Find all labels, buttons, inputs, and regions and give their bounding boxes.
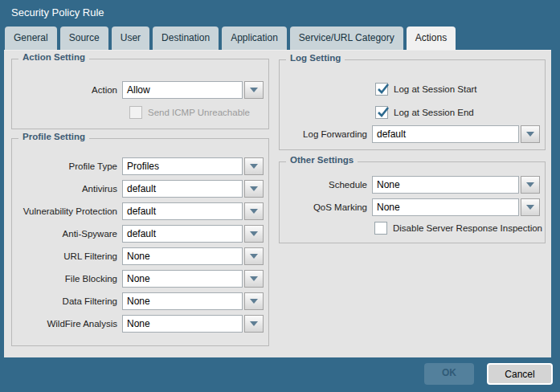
anti-spyware-dropdown-button[interactable] xyxy=(244,225,264,243)
data-filtering-label: Data Filtering xyxy=(17,296,117,306)
log-forwarding-dropdown: default xyxy=(372,125,540,143)
other-settings-legend: Other Settings xyxy=(286,155,358,165)
action-dropdown-button[interactable] xyxy=(244,81,264,99)
action-setting-legend: Action Setting xyxy=(18,52,89,62)
chevron-down-icon xyxy=(526,205,534,210)
chevron-down-icon xyxy=(526,132,534,137)
file-blocking-dropdown-button[interactable] xyxy=(244,270,264,288)
schedule-dropdown-value[interactable]: None xyxy=(372,176,519,194)
qos-marking-dropdown-button[interactable] xyxy=(521,198,540,216)
wildfire-analysis-dropdown-button[interactable] xyxy=(244,315,264,333)
vulnerability-protection-label: Vulnerability Protection xyxy=(17,206,117,216)
profile-type-label: Profile Type xyxy=(17,161,117,171)
chevron-down-icon xyxy=(250,186,258,191)
chevron-down-icon xyxy=(526,182,534,187)
log-forwarding-dropdown-button[interactable] xyxy=(521,125,540,143)
send-icmp-unreachable-label: Send ICMP Unreachable xyxy=(148,108,250,117)
anti-spyware-dropdown: default xyxy=(122,225,264,243)
data-filtering-dropdown-button[interactable] xyxy=(244,292,264,310)
tab-source[interactable]: Source xyxy=(60,27,108,50)
wildfire-analysis-dropdown-value[interactable]: None xyxy=(122,315,243,333)
url-filtering-dropdown: None xyxy=(122,247,264,265)
file-blocking-dropdown-value[interactable]: None xyxy=(122,270,243,288)
other-settings-group: Other Settings Schedule None QoS Marking… xyxy=(279,161,546,243)
profile-type-dropdown-value[interactable]: Profiles xyxy=(122,157,243,175)
log-setting-group: Log Setting Log at Session Start Log at … xyxy=(279,59,546,150)
url-filtering-label: URL Filtering xyxy=(17,251,117,261)
chevron-down-icon xyxy=(250,276,258,281)
url-filtering-dropdown-value[interactable]: None xyxy=(122,247,243,265)
schedule-dropdown: None xyxy=(372,176,540,194)
data-filtering-dropdown: None xyxy=(122,292,264,310)
log-forwarding-label: Log Forwarding xyxy=(284,129,367,139)
vulnerability-protection-dropdown-value[interactable]: default xyxy=(122,202,243,220)
action-dropdown-value[interactable]: Allow xyxy=(122,81,243,99)
tab-application[interactable]: Application xyxy=(222,27,287,50)
antivirus-label: Antivirus xyxy=(17,184,117,194)
log-at-session-end-checkbox[interactable] xyxy=(375,106,388,119)
action-label: Action xyxy=(17,85,117,95)
tab-general[interactable]: General xyxy=(5,27,57,50)
actions-tab-panel: Action Setting Action Allow Send ICMP Un… xyxy=(4,50,551,357)
antivirus-dropdown-button[interactable] xyxy=(244,180,264,198)
send-icmp-unreachable-checkbox xyxy=(129,106,142,119)
cancel-button[interactable]: Cancel xyxy=(487,363,553,385)
antivirus-dropdown: default xyxy=(122,180,264,198)
data-filtering-dropdown-value[interactable]: None xyxy=(122,292,243,310)
chevron-down-icon xyxy=(250,321,258,326)
wildfire-analysis-dropdown: None xyxy=(122,315,264,333)
tab-service-url-category[interactable]: Service/URL Category xyxy=(290,27,403,50)
tab-user[interactable]: User xyxy=(112,27,149,50)
log-forwarding-dropdown-value[interactable]: default xyxy=(372,125,519,143)
chevron-down-icon xyxy=(250,254,258,259)
vulnerability-protection-dropdown: default xyxy=(122,202,264,220)
log-at-session-start-label: Log at Session Start xyxy=(394,84,477,94)
anti-spyware-dropdown-value[interactable]: default xyxy=(122,225,243,243)
checkmark-icon xyxy=(376,105,390,120)
vulnerability-protection-dropdown-button[interactable] xyxy=(244,202,264,220)
profile-type-dropdown: Profiles xyxy=(122,157,264,175)
schedule-label: Schedule xyxy=(284,180,367,190)
tab-actions[interactable]: Actions xyxy=(407,27,456,50)
profile-type-dropdown-button[interactable] xyxy=(244,157,264,175)
profile-setting-group: Profile Setting Profile Type Profiles An… xyxy=(11,138,269,346)
dialog-title: Security Policy Rule xyxy=(0,0,560,26)
checkmark-icon xyxy=(376,82,390,96)
tab-destination[interactable]: Destination xyxy=(153,27,219,50)
chevron-down-icon xyxy=(250,231,258,236)
log-setting-legend: Log Setting xyxy=(286,53,345,63)
tab-bar: General Source User Destination Applicat… xyxy=(5,27,456,50)
chevron-down-icon xyxy=(250,299,258,304)
chevron-down-icon xyxy=(250,88,258,92)
log-at-session-start-checkbox[interactable] xyxy=(375,83,388,96)
action-setting-group: Action Setting Action Allow Send ICMP Un… xyxy=(11,59,269,129)
chevron-down-icon xyxy=(250,164,258,169)
dialog-footer: OK Cancel xyxy=(0,357,560,392)
ok-button: OK xyxy=(424,363,474,385)
disable-server-response-inspection-checkbox[interactable] xyxy=(374,222,387,235)
qos-marking-dropdown: None xyxy=(372,198,540,216)
file-blocking-dropdown: None xyxy=(122,270,264,288)
schedule-dropdown-button[interactable] xyxy=(521,176,540,194)
chevron-down-icon xyxy=(250,209,258,214)
disable-server-response-inspection-label: Disable Server Response Inspection xyxy=(393,223,542,233)
file-blocking-label: File Blocking xyxy=(17,274,117,284)
security-policy-rule-dialog: Security Policy Rule General Source User… xyxy=(0,0,560,392)
action-dropdown: Allow xyxy=(122,81,264,99)
antivirus-dropdown-value[interactable]: default xyxy=(122,180,243,198)
qos-marking-dropdown-value[interactable]: None xyxy=(372,198,519,216)
wildfire-analysis-label: WildFire Analysis xyxy=(17,319,117,329)
profile-setting-legend: Profile Setting xyxy=(18,132,89,141)
log-at-session-end-label: Log at Session End xyxy=(394,108,474,117)
qos-marking-label: QoS Marking xyxy=(284,202,367,212)
anti-spyware-label: Anti-Spyware xyxy=(17,229,117,239)
url-filtering-dropdown-button[interactable] xyxy=(244,247,264,265)
